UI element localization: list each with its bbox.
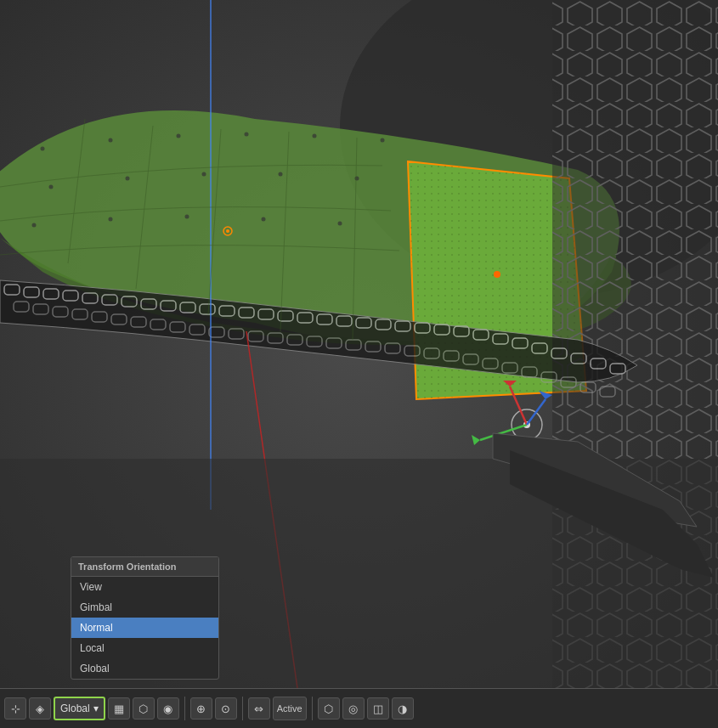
viewport-shading-icon: ◑: [398, 703, 407, 714]
transform-orientation-popup: Transform Orientation View Gimbal Normal…: [71, 556, 219, 680]
svg-point-84: [262, 217, 266, 222]
svg-point-82: [109, 217, 113, 222]
toolbar-cursor-btn[interactable]: ⊹: [4, 697, 26, 720]
svg-point-78: [202, 172, 206, 177]
shading-icon: ◉: [163, 703, 172, 714]
bottom-toolbar: ⊹ ◈ Global ▾ ▦ ⬡ ◉ ⊕ ⊙ ⇔ Active ⬡ ◎ ◫ ◑: [0, 688, 718, 728]
separator-3: [312, 697, 313, 720]
overlay-icon: ◎: [348, 703, 358, 714]
orientation-normal[interactable]: Normal: [71, 618, 218, 638]
popup-title: Transform Orientation: [71, 557, 218, 577]
cursor-icon: ⊹: [11, 703, 20, 714]
scale-icon: ⬡: [139, 703, 148, 714]
toolbar-snap-btn[interactable]: ⊕: [190, 697, 212, 720]
toolbar-proportional-btn[interactable]: ⊙: [215, 697, 237, 720]
svg-point-71: [109, 138, 113, 143]
svg-point-80: [355, 177, 359, 181]
svg-point-73: [245, 133, 249, 137]
toolbar-render-btn[interactable]: ⬡: [318, 697, 340, 720]
toolbar-mirror-btn[interactable]: ⇔: [248, 697, 270, 720]
dropdown-arrow-icon: ▾: [93, 703, 99, 714]
separator-2: [242, 697, 243, 720]
svg-point-85: [338, 222, 342, 226]
svg-point-70: [41, 147, 45, 151]
svg-point-74: [313, 134, 317, 138]
view-icon: ◈: [36, 703, 44, 714]
svg-point-98: [494, 271, 500, 278]
svg-point-81: [32, 223, 37, 228]
transform-orientation-dropdown[interactable]: Global ▾: [54, 697, 105, 720]
toolbar-shading-btn[interactable]: ◉: [157, 697, 179, 720]
toolbar-overlay-btn[interactable]: ◎: [342, 697, 365, 720]
svg-point-79: [279, 172, 283, 177]
render-icon: ⬡: [324, 703, 333, 714]
toolbar-active-btn[interactable]: Active: [273, 697, 307, 720]
svg-point-83: [185, 215, 189, 219]
separator-1: [184, 697, 185, 720]
svg-point-75: [381, 138, 385, 143]
orientation-local[interactable]: Local: [71, 638, 218, 658]
orientation-view[interactable]: View: [71, 577, 218, 597]
proportional-icon: ⊙: [221, 703, 230, 714]
orientation-global[interactable]: Global: [71, 658, 218, 679]
toolbar-view-btn[interactable]: ◈: [29, 697, 51, 720]
active-label: Active: [277, 703, 302, 714]
snap-icon: ⊕: [196, 703, 206, 714]
svg-point-89: [226, 229, 229, 233]
orientation-gimbal[interactable]: Gimbal: [71, 597, 218, 618]
toolbar-scale-btn[interactable]: ⬡: [133, 697, 155, 720]
mirror-icon: ⇔: [254, 703, 263, 714]
svg-point-77: [126, 177, 130, 181]
toolbar-viewport-shading-btn[interactable]: ◑: [392, 697, 414, 720]
mesh-icon: ▦: [114, 703, 124, 714]
toolbar-mesh-btn[interactable]: ▦: [108, 697, 130, 720]
svg-point-76: [49, 185, 54, 189]
svg-point-72: [177, 134, 181, 138]
global-label: Global: [60, 703, 90, 714]
xray-icon: ◫: [373, 703, 383, 714]
toolbar-xray-btn[interactable]: ◫: [367, 697, 389, 720]
